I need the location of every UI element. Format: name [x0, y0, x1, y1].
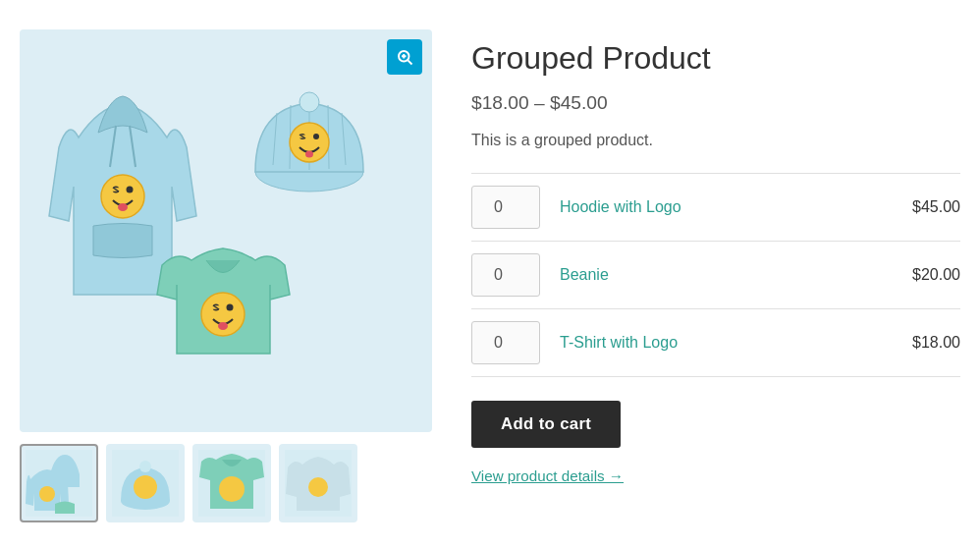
product-description: This is a grouped product. — [471, 132, 960, 149]
product-page: Grouped Product $18.00 – $45.00 This is … — [0, 0, 980, 548]
thumbnail-4[interactable] — [279, 444, 357, 522]
qty-input-tshirt[interactable] — [471, 321, 540, 364]
product-row-hoodie: Hoodie with Logo $45.00 — [471, 174, 960, 242]
product-price-tshirt: $18.00 — [901, 334, 960, 352]
svg-line-1 — [408, 60, 411, 64]
svg-point-10 — [118, 203, 128, 211]
svg-point-34 — [139, 461, 151, 472]
product-rows: Hoodie with Logo $45.00 Beanie $20.00 T-… — [471, 173, 960, 377]
svg-point-35 — [134, 475, 157, 499]
svg-point-20 — [313, 134, 319, 139]
thumbnail-1[interactable] — [20, 444, 98, 522]
product-link-beanie[interactable]: Beanie — [560, 266, 882, 284]
thumbnail-2[interactable] — [106, 444, 185, 522]
svg-point-31 — [39, 486, 55, 502]
view-details-link[interactable]: View product details → — [471, 467, 960, 484]
price-range: $18.00 – $45.00 — [471, 92, 960, 114]
zoom-button[interactable] — [387, 39, 422, 75]
product-row-tshirt: T-Shirt with Logo $18.00 — [471, 309, 960, 377]
product-link-tshirt[interactable]: T-Shirt with Logo — [560, 334, 882, 352]
svg-point-37 — [219, 476, 245, 502]
gallery-section — [20, 29, 432, 522]
svg-point-29 — [218, 322, 228, 330]
product-info: Grouped Product $18.00 – $45.00 This is … — [471, 29, 960, 522]
main-image-wrap — [20, 29, 432, 432]
svg-point-6 — [101, 175, 144, 218]
product-price-beanie: $20.00 — [901, 266, 960, 284]
svg-point-8 — [127, 187, 134, 193]
zoom-icon — [396, 48, 413, 66]
svg-point-26 — [227, 304, 234, 311]
svg-point-17 — [299, 92, 319, 112]
product-link-hoodie[interactable]: Hoodie with Logo — [560, 198, 882, 216]
product-row-beanie: Beanie $20.00 — [471, 242, 960, 309]
svg-point-39 — [308, 477, 328, 497]
add-to-cart-button[interactable]: Add to cart — [471, 401, 621, 448]
qty-input-beanie[interactable] — [471, 253, 540, 297]
product-price-hoodie: $45.00 — [901, 198, 960, 216]
svg-point-23 — [305, 151, 313, 158]
thumbnail-3[interactable] — [192, 444, 271, 522]
thumbnails — [20, 444, 432, 522]
product-title: Grouped Product — [471, 39, 960, 77]
main-product-image — [39, 49, 412, 412]
qty-input-hoodie[interactable] — [471, 186, 540, 229]
